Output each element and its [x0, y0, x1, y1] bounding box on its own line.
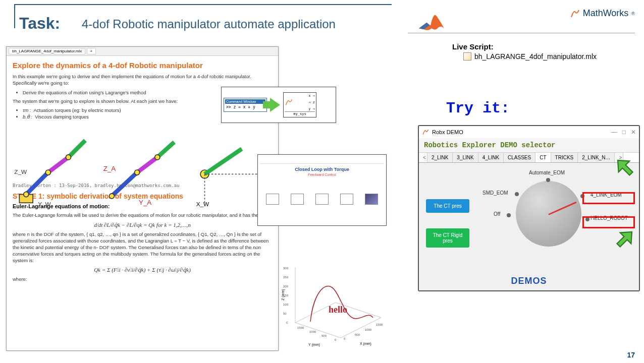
sim-canvas	[260, 179, 384, 219]
page-number: 17	[627, 351, 635, 359]
tab-4link[interactable]: 4_LINK	[478, 153, 504, 162]
svg-text:Y_W: Y_W	[38, 201, 50, 207]
mlx-icon	[463, 52, 471, 60]
doc-eq2: Qk = Σ (F⃗i · ∂v⃗i/∂q̇k) + Σ (τ⃗j · ∂ω⃗j…	[13, 267, 272, 273]
matlab-icon	[417, 8, 446, 32]
live-script-label: Live Script:	[452, 42, 494, 51]
svg-point-14	[155, 155, 160, 160]
demo-knob[interactable]	[516, 181, 581, 247]
task-label: Task:	[19, 14, 60, 33]
sim-toolbar	[260, 157, 384, 164]
demo-tabs: < 2_LINK 3_LINK 4_LINK CLASSES CT TRICKS…	[419, 153, 639, 163]
knob-smd: SMD_EOM	[482, 190, 508, 196]
svg-point-4	[24, 192, 29, 197]
svg-text:0: 0	[344, 337, 346, 340]
svg-text:300: 300	[283, 267, 289, 270]
task-description: 4-dof Robotic manipulator automate appli…	[82, 17, 336, 31]
header-rule	[14, 4, 392, 5]
cmd-to-simulink-inset: Command Window >> z = x + y x → → z y → …	[221, 87, 336, 123]
tab-scroll-left[interactable]: <	[419, 153, 427, 162]
svg-text:1000: 1000	[365, 328, 372, 331]
tab-2link[interactable]: 2_LINK	[427, 153, 453, 162]
svg-text:Z (mm): Z (mm)	[281, 289, 285, 300]
mathworks-logo: MathWorks®	[570, 8, 635, 19]
doc-p5: where:	[13, 276, 272, 283]
svg-line-2	[48, 157, 68, 172]
simulink-model-inset: Closed Loop with Torque Feedward Control	[257, 154, 387, 226]
svg-text:100: 100	[283, 303, 289, 306]
doc-p3: The Euler-Lagrange formula will be used …	[13, 212, 272, 219]
tab-3link[interactable]: 3_LINK	[453, 153, 478, 162]
svg-text:1500: 1500	[297, 326, 304, 329]
svg-point-12	[110, 194, 115, 199]
svg-text:0: 0	[335, 338, 337, 341]
svg-text:500: 500	[321, 334, 327, 337]
sim-subtitle: Feedward Control	[260, 173, 384, 176]
doc-p4: where n is the DOF of the system, { q1, …	[13, 231, 272, 264]
svg-point-13	[135, 170, 140, 175]
hello-3d-plot: 300250200 150100500 150010005000 0500100…	[280, 247, 392, 348]
knob-auto: Automate_EOM	[529, 170, 565, 175]
svg-text:1000: 1000	[309, 330, 316, 333]
svg-line-18	[204, 149, 242, 174]
tab-classes[interactable]: CLASSES	[504, 153, 535, 162]
live-script-file: bh_LAGRANGE_4dof_manipulator.mlx	[463, 52, 597, 60]
highlight-4link-eom	[582, 192, 635, 204]
doc-p1: In this example we're going to derive an…	[13, 74, 272, 87]
svg-point-5	[45, 170, 50, 175]
svg-text:X (mm): X (mm)	[360, 342, 371, 346]
app-icon	[422, 129, 429, 136]
svg-text:200: 200	[283, 285, 289, 288]
ct-rigid-pres-button[interactable]: The CT Rigid pres	[426, 228, 469, 248]
svg-text:50: 50	[283, 312, 287, 315]
svg-text:hello: hello	[329, 305, 347, 315]
svg-line-1	[26, 172, 48, 195]
knob-off: Off	[494, 211, 500, 217]
maximize-icon[interactable]: □	[622, 129, 626, 136]
svg-text:500: 500	[355, 333, 360, 336]
doc-tab-plus[interactable]: +	[87, 48, 96, 54]
arrow-icon	[270, 98, 280, 112]
svg-line-11	[157, 142, 174, 157]
doc-eq1: d/dt ∂L/∂q̇k − ∂L/∂qk = Qk for k = 1,2,……	[13, 222, 272, 228]
svg-text:Z_W: Z_W	[14, 169, 27, 175]
svg-text:1500: 1500	[376, 323, 383, 326]
doc-h1: Explore the dynamics of a 4-dof Robotic …	[13, 61, 272, 70]
knob-title: DEMOS	[419, 276, 639, 286]
doc-tab[interactable]: bh_LAGRANGE_4dof_manipulator.mlx	[9, 48, 85, 54]
cmd-title: Command Window	[225, 99, 265, 104]
demo-heading: Robotics Explorer DEMO selector	[419, 138, 639, 153]
svg-line-3	[68, 141, 85, 157]
minimize-icon[interactable]: —	[611, 129, 617, 136]
manipulator-diagrams: Z_WY_W Z_AY_A Y_WX_W	[13, 124, 272, 179]
svg-text:Y_A: Y_A	[139, 199, 151, 206]
logo-bar: MathWorks®	[408, 3, 635, 33]
demo-window: Robx DEMO — □ ✕ Robotics Explorer DEMO s…	[418, 125, 640, 291]
try-it-label: Try it:	[446, 100, 510, 117]
svg-text:0: 0	[286, 321, 288, 324]
svg-text:Z_A: Z_A	[103, 165, 116, 172]
tab-ct[interactable]: CT	[535, 153, 551, 162]
svg-line-10	[137, 157, 157, 172]
svg-point-6	[66, 155, 71, 160]
header-rule-v	[14, 4, 15, 28]
demo-titlebar: Robx DEMO — □ ✕	[419, 126, 639, 138]
sim-title: Closed Loop with Torque	[260, 167, 384, 172]
tab-2linkn[interactable]: 2_LINK_N…	[578, 153, 615, 162]
command-window: Command Window >> z = x + y	[224, 98, 267, 112]
svg-line-9	[112, 172, 137, 196]
cmd-text: >> z = x + y	[225, 104, 265, 110]
doc-tabbar: bh_LAGRANGE_4dof_manipulator.mlx +	[7, 47, 278, 56]
svg-text:250: 250	[283, 276, 289, 279]
tab-tricks[interactable]: TRICKS	[551, 153, 578, 162]
simulink-block: x → → z y → my_sys	[283, 92, 316, 117]
svg-text:X_W: X_W	[196, 201, 208, 207]
svg-text:Y (mm): Y (mm)	[308, 343, 320, 347]
close-icon[interactable]: ✕	[631, 129, 636, 136]
ct-pres-button[interactable]: The CT pres	[426, 199, 469, 213]
